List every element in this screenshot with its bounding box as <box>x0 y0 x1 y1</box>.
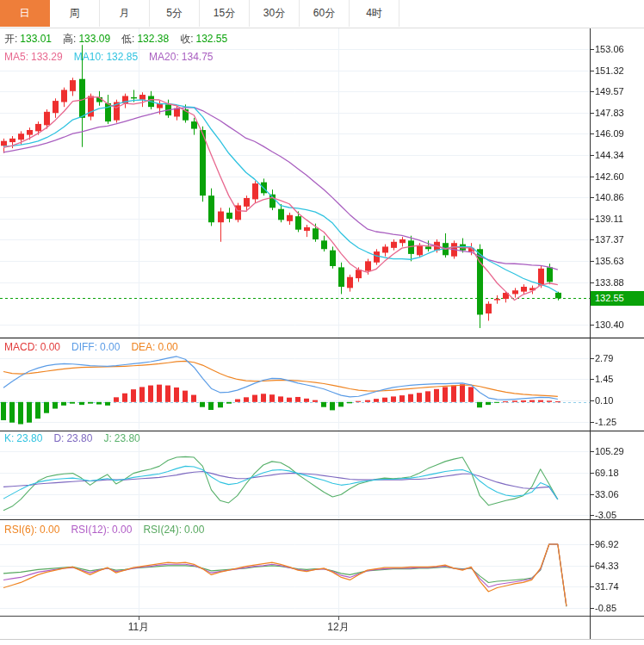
kdj-value: 23.80 <box>115 432 140 444</box>
main-axis-label: 135.63 <box>595 256 624 266</box>
rsi-axis-label: 64.33 <box>595 561 619 571</box>
kdj-value: 23.80 <box>66 432 92 444</box>
kdj-readout-item: K:23.80 <box>4 432 42 444</box>
kdj-readout-item: D:23.80 <box>53 432 92 444</box>
kline-app: 日周月5分15分30分60分4时 开:133.01高:133.09低:132.3… <box>0 0 644 645</box>
ma-label: MA5: <box>4 51 28 63</box>
main-axis-label: 151.32 <box>595 65 624 76</box>
ma-readout: MA5:133.29MA10:132.85MA20:134.75 <box>4 51 225 63</box>
rsi-axis-label: -0.85 <box>595 603 616 613</box>
main-axis-label: 149.57 <box>595 86 624 96</box>
kline-chart-canvas[interactable] <box>0 0 644 645</box>
macd-axis-label: 0.10 <box>595 395 613 406</box>
ma-value: 133.29 <box>31 51 63 63</box>
main-axis-label: 139.11 <box>595 214 623 224</box>
ohlc-value: 133.09 <box>78 33 110 45</box>
ma-value: 134.75 <box>182 51 214 63</box>
ohlc-label: 高: <box>63 33 76 45</box>
main-axis-label: 133.88 <box>595 277 624 288</box>
macd-readout-item: MACD:0.00 <box>4 341 60 353</box>
macd-axis-label: 1.45 <box>595 374 613 384</box>
rsi-readout-item: RSI(12):0.00 <box>71 524 132 536</box>
main-axis-label: 146.09 <box>595 128 624 139</box>
kdj-label: D: <box>53 432 64 444</box>
rsi-label: RSI(24): <box>143 524 182 536</box>
ohlc-value: 132.38 <box>137 33 169 45</box>
tab-month[interactable]: 月 <box>100 0 150 27</box>
kdj-axis-label: 105.29 <box>595 446 624 456</box>
ma-label: MA20: <box>149 51 179 63</box>
ma-value: 132.85 <box>106 51 138 63</box>
rsi-readout-item: RSI(6):0.00 <box>4 524 59 536</box>
macd-label: DEA: <box>131 341 155 353</box>
interval-tabbar: 日周月5分15分30分60分4时 <box>0 0 644 28</box>
tab-5min[interactable]: 5分 <box>150 0 200 27</box>
tab-30min[interactable]: 30分 <box>250 0 300 27</box>
ohlc-label: 低: <box>121 33 134 45</box>
main-axis-label: 153.06 <box>595 44 624 54</box>
tab-day[interactable]: 日 <box>0 0 50 27</box>
tab-60min[interactable]: 60分 <box>300 0 350 27</box>
ohlc-readout-item: 低:132.38 <box>121 33 169 45</box>
rsi-axis-label: 31.74 <box>595 581 619 592</box>
main-axis-label: 147.83 <box>595 108 624 118</box>
kdj-readout-item: J:23.80 <box>103 432 139 444</box>
macd-readout-item: DEA:0.00 <box>131 341 177 353</box>
kdj-label: J: <box>103 432 111 444</box>
ma-readout-item: MA10:132.85 <box>74 51 138 63</box>
ohlc-label: 开: <box>4 33 17 45</box>
last-price-badge: 132.55 <box>591 291 644 306</box>
macd-value: 0.00 <box>100 341 120 353</box>
month-label: 12月 <box>327 620 349 635</box>
kdj-label: K: <box>4 432 14 444</box>
rsi-readout: RSI(6):0.00RSI(12):0.00RSI(24):0.00 <box>4 524 215 536</box>
macd-readout: MACD:0.00DIFF:0.00DEA:0.00 <box>4 341 189 353</box>
macd-label: MACD: <box>4 341 38 353</box>
tab-15min[interactable]: 15分 <box>200 0 250 27</box>
ohlc-label: 收: <box>180 33 193 45</box>
macd-axis-label: 2.79 <box>595 353 613 363</box>
rsi-label: RSI(6): <box>4 524 37 536</box>
kdj-value: 23.80 <box>16 432 42 444</box>
ohlc-value: 132.55 <box>195 33 227 45</box>
main-axis-label: 140.86 <box>595 192 624 202</box>
tab-4hour[interactable]: 4时 <box>350 0 399 27</box>
ohlc-readout-item: 收:132.55 <box>180 33 227 45</box>
ma-label: MA10: <box>74 51 104 63</box>
rsi-axis-label: 96.92 <box>595 539 619 549</box>
macd-value: 0.00 <box>158 341 177 353</box>
ohlc-readout: 开:133.01高:133.09低:132.38收:132.55 <box>4 32 238 47</box>
kdj-axis-label: 33.06 <box>595 489 619 499</box>
rsi-value: 0.00 <box>184 524 204 536</box>
rsi-readout-item: RSI(24):0.00 <box>143 524 204 536</box>
ohlc-readout-item: 开:133.01 <box>4 33 52 45</box>
ma-readout-item: MA5:133.29 <box>4 51 63 63</box>
main-axis-label: 137.37 <box>595 234 624 245</box>
macd-readout-item: DIFF:0.00 <box>71 341 120 353</box>
rsi-value: 0.00 <box>40 524 59 536</box>
kdj-axis-label: 69.18 <box>595 468 619 478</box>
month-label: 11月 <box>128 620 149 635</box>
ohlc-value: 133.01 <box>20 33 52 45</box>
main-axis-label: 142.60 <box>595 171 624 182</box>
kdj-axis-label: -3.05 <box>595 510 616 520</box>
rsi-value: 0.00 <box>112 524 132 536</box>
rsi-label: RSI(12): <box>71 524 109 536</box>
macd-value: 0.00 <box>40 341 60 353</box>
macd-label: DIFF: <box>71 341 97 353</box>
tab-week[interactable]: 周 <box>50 0 100 27</box>
ohlc-readout-item: 高:133.09 <box>63 33 110 45</box>
ma-readout-item: MA20:134.75 <box>149 51 213 63</box>
main-axis-label: 144.34 <box>595 150 624 160</box>
kdj-readout: K:23.80D:23.80J:23.80 <box>4 432 152 444</box>
main-axis-label: 130.40 <box>595 319 624 330</box>
macd-axis-label: -1.25 <box>595 417 616 427</box>
